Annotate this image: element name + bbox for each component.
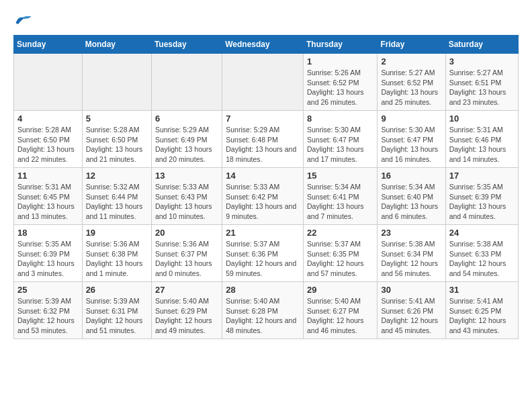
calendar-header-sunday: Sunday (14, 36, 83, 54)
day-number: 3 (449, 56, 515, 66)
calendar-header-saturday: Saturday (445, 36, 518, 54)
day-info: Sunrise: 5:31 AM Sunset: 6:46 PM Dayligh… (449, 125, 515, 165)
day-info: Sunrise: 5:39 AM Sunset: 6:32 PM Dayligh… (17, 296, 79, 336)
calendar-cell: 18Sunrise: 5:35 AM Sunset: 6:39 PM Dayli… (14, 225, 83, 282)
day-info: Sunrise: 5:40 AM Sunset: 6:28 PM Dayligh… (226, 296, 300, 336)
day-info: Sunrise: 5:39 AM Sunset: 6:31 PM Dayligh… (86, 296, 148, 336)
day-info: Sunrise: 5:40 AM Sunset: 6:29 PM Dayligh… (155, 296, 218, 336)
calendar-cell: 27Sunrise: 5:40 AM Sunset: 6:29 PM Dayli… (151, 282, 222, 339)
calendar-cell: 24Sunrise: 5:38 AM Sunset: 6:33 PM Dayli… (445, 225, 518, 282)
day-number: 18 (17, 228, 79, 238)
calendar-cell: 1Sunrise: 5:26 AM Sunset: 6:52 PM Daylig… (303, 54, 377, 111)
calendar-header-row: SundayMondayTuesdayWednesdayThursdayFrid… (14, 36, 519, 54)
day-number: 21 (226, 228, 300, 238)
day-number: 31 (449, 285, 515, 295)
day-number: 9 (381, 113, 441, 124)
day-number: 23 (381, 228, 441, 238)
day-info: Sunrise: 5:34 AM Sunset: 6:41 PM Dayligh… (307, 182, 373, 222)
logo-icon (13, 13, 32, 28)
day-info: Sunrise: 5:27 AM Sunset: 6:51 PM Dayligh… (449, 68, 515, 107)
day-number: 12 (86, 171, 148, 181)
day-info: Sunrise: 5:37 AM Sunset: 6:35 PM Dayligh… (307, 239, 373, 279)
calendar-cell: 12Sunrise: 5:32 AM Sunset: 6:44 PM Dayli… (82, 168, 151, 225)
calendar-cell: 20Sunrise: 5:36 AM Sunset: 6:37 PM Dayli… (151, 225, 222, 282)
day-number: 15 (307, 171, 373, 181)
calendar-header-monday: Monday (82, 36, 151, 54)
day-number: 8 (307, 113, 373, 124)
calendar-cell: 5Sunrise: 5:28 AM Sunset: 6:50 PM Daylig… (82, 111, 151, 168)
page-header (13, 13, 519, 28)
calendar-cell: 31Sunrise: 5:41 AM Sunset: 6:25 PM Dayli… (445, 282, 518, 339)
day-number: 1 (307, 56, 373, 66)
day-info: Sunrise: 5:28 AM Sunset: 6:50 PM Dayligh… (17, 125, 79, 165)
calendar-cell (151, 54, 222, 111)
calendar-header-wednesday: Wednesday (222, 36, 304, 54)
day-number: 26 (86, 285, 148, 295)
day-info: Sunrise: 5:38 AM Sunset: 6:33 PM Dayligh… (449, 239, 515, 279)
day-number: 20 (155, 228, 218, 238)
day-number: 22 (307, 228, 373, 238)
day-info: Sunrise: 5:41 AM Sunset: 6:25 PM Dayligh… (449, 296, 515, 336)
calendar-cell (222, 54, 304, 111)
day-number: 10 (449, 113, 515, 124)
calendar-cell: 17Sunrise: 5:35 AM Sunset: 6:39 PM Dayli… (445, 168, 518, 225)
day-number: 16 (381, 171, 441, 181)
calendar-week-row: 25Sunrise: 5:39 AM Sunset: 6:32 PM Dayli… (14, 282, 519, 339)
day-info: Sunrise: 5:36 AM Sunset: 6:37 PM Dayligh… (155, 239, 218, 279)
day-info: Sunrise: 5:33 AM Sunset: 6:43 PM Dayligh… (155, 182, 218, 222)
day-info: Sunrise: 5:38 AM Sunset: 6:34 PM Dayligh… (381, 239, 441, 279)
calendar-cell: 11Sunrise: 5:31 AM Sunset: 6:45 PM Dayli… (14, 168, 83, 225)
calendar-cell: 4Sunrise: 5:28 AM Sunset: 6:50 PM Daylig… (14, 111, 83, 168)
calendar-cell (14, 54, 83, 111)
day-number: 14 (226, 171, 300, 181)
calendar-cell: 2Sunrise: 5:27 AM Sunset: 6:52 PM Daylig… (378, 54, 445, 111)
calendar-cell: 22Sunrise: 5:37 AM Sunset: 6:35 PM Dayli… (303, 225, 377, 282)
calendar-week-row: 1Sunrise: 5:26 AM Sunset: 6:52 PM Daylig… (14, 54, 519, 111)
day-info: Sunrise: 5:41 AM Sunset: 6:26 PM Dayligh… (381, 296, 441, 336)
day-number: 28 (226, 285, 300, 295)
calendar-cell: 25Sunrise: 5:39 AM Sunset: 6:32 PM Dayli… (14, 282, 83, 339)
day-info: Sunrise: 5:29 AM Sunset: 6:48 PM Dayligh… (226, 125, 300, 165)
day-number: 7 (226, 113, 300, 124)
logo (13, 13, 35, 28)
day-number: 6 (155, 113, 218, 124)
calendar-header-friday: Friday (378, 36, 445, 54)
day-number: 11 (17, 171, 79, 181)
day-info: Sunrise: 5:29 AM Sunset: 6:49 PM Dayligh… (155, 125, 218, 165)
day-number: 5 (86, 113, 148, 124)
calendar-header-tuesday: Tuesday (151, 36, 222, 54)
day-number: 29 (307, 285, 373, 295)
day-number: 24 (449, 228, 515, 238)
calendar-cell: 7Sunrise: 5:29 AM Sunset: 6:48 PM Daylig… (222, 111, 304, 168)
day-info: Sunrise: 5:40 AM Sunset: 6:27 PM Dayligh… (307, 296, 373, 336)
day-info: Sunrise: 5:34 AM Sunset: 6:40 PM Dayligh… (381, 182, 441, 222)
calendar-cell (82, 54, 151, 111)
day-info: Sunrise: 5:32 AM Sunset: 6:44 PM Dayligh… (86, 182, 148, 222)
calendar-cell: 14Sunrise: 5:33 AM Sunset: 6:42 PM Dayli… (222, 168, 304, 225)
calendar-cell: 26Sunrise: 5:39 AM Sunset: 6:31 PM Dayli… (82, 282, 151, 339)
calendar-cell: 23Sunrise: 5:38 AM Sunset: 6:34 PM Dayli… (378, 225, 445, 282)
day-info: Sunrise: 5:30 AM Sunset: 6:47 PM Dayligh… (381, 125, 441, 165)
day-info: Sunrise: 5:28 AM Sunset: 6:50 PM Dayligh… (86, 125, 148, 165)
day-info: Sunrise: 5:26 AM Sunset: 6:52 PM Dayligh… (307, 68, 373, 107)
day-info: Sunrise: 5:37 AM Sunset: 6:36 PM Dayligh… (226, 239, 300, 279)
day-number: 27 (155, 285, 218, 295)
day-info: Sunrise: 5:31 AM Sunset: 6:45 PM Dayligh… (17, 182, 79, 222)
day-number: 30 (381, 285, 441, 295)
calendar-cell: 29Sunrise: 5:40 AM Sunset: 6:27 PM Dayli… (303, 282, 377, 339)
calendar-week-row: 11Sunrise: 5:31 AM Sunset: 6:45 PM Dayli… (14, 168, 519, 225)
calendar-cell: 9Sunrise: 5:30 AM Sunset: 6:47 PM Daylig… (378, 111, 445, 168)
day-info: Sunrise: 5:36 AM Sunset: 6:38 PM Dayligh… (86, 239, 148, 279)
calendar-table: SundayMondayTuesdayWednesdayThursdayFrid… (13, 35, 519, 339)
day-number: 17 (449, 171, 515, 181)
day-number: 2 (381, 56, 441, 66)
calendar-cell: 8Sunrise: 5:30 AM Sunset: 6:47 PM Daylig… (303, 111, 377, 168)
day-info: Sunrise: 5:33 AM Sunset: 6:42 PM Dayligh… (226, 182, 300, 222)
calendar-cell: 3Sunrise: 5:27 AM Sunset: 6:51 PM Daylig… (445, 54, 518, 111)
calendar-cell: 13Sunrise: 5:33 AM Sunset: 6:43 PM Dayli… (151, 168, 222, 225)
day-info: Sunrise: 5:27 AM Sunset: 6:52 PM Dayligh… (381, 68, 441, 107)
calendar-header-thursday: Thursday (303, 36, 377, 54)
calendar-cell: 6Sunrise: 5:29 AM Sunset: 6:49 PM Daylig… (151, 111, 222, 168)
day-info: Sunrise: 5:35 AM Sunset: 6:39 PM Dayligh… (449, 182, 515, 222)
calendar-cell: 30Sunrise: 5:41 AM Sunset: 6:26 PM Dayli… (378, 282, 445, 339)
